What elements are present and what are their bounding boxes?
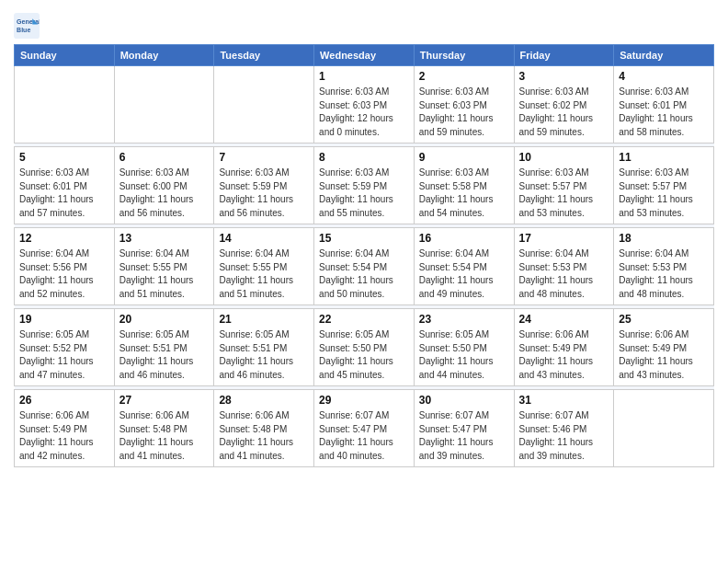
calendar-cell-w1d2 bbox=[114, 66, 214, 144]
calendar-cell-w2d5: 9Sunrise: 6:03 AM Sunset: 5:58 PM Daylig… bbox=[414, 147, 514, 224]
day-number: 29 bbox=[319, 394, 409, 407]
day-info: Sunrise: 6:04 AM Sunset: 5:55 PM Dayligh… bbox=[219, 247, 309, 301]
day-number: 26 bbox=[19, 394, 109, 407]
logo-icon: General Blue bbox=[14, 13, 40, 39]
day-info: Sunrise: 6:06 AM Sunset: 5:48 PM Dayligh… bbox=[219, 409, 309, 463]
calendar-cell-w1d3 bbox=[214, 66, 314, 144]
weekday-header-friday: Friday bbox=[514, 45, 614, 66]
day-info: Sunrise: 6:05 AM Sunset: 5:52 PM Dayligh… bbox=[19, 328, 109, 382]
calendar-cell-w4d7: 25Sunrise: 6:06 AM Sunset: 5:49 PM Dayli… bbox=[614, 309, 714, 386]
calendar-cell-w5d3: 28Sunrise: 6:06 AM Sunset: 5:48 PM Dayli… bbox=[214, 390, 314, 467]
day-number: 13 bbox=[119, 232, 210, 245]
day-info: Sunrise: 6:04 AM Sunset: 5:54 PM Dayligh… bbox=[419, 247, 509, 301]
day-info: Sunrise: 6:07 AM Sunset: 5:47 PM Dayligh… bbox=[319, 409, 409, 463]
day-number: 28 bbox=[219, 394, 309, 407]
day-number: 12 bbox=[19, 232, 109, 245]
calendar-week-5: 26Sunrise: 6:06 AM Sunset: 5:49 PM Dayli… bbox=[15, 390, 714, 467]
svg-text:Blue: Blue bbox=[17, 27, 30, 33]
day-number: 10 bbox=[519, 151, 609, 164]
day-info: Sunrise: 6:03 AM Sunset: 6:00 PM Dayligh… bbox=[119, 167, 210, 220]
day-number: 15 bbox=[319, 232, 409, 245]
day-number: 30 bbox=[419, 394, 509, 407]
day-info: Sunrise: 6:03 AM Sunset: 6:03 PM Dayligh… bbox=[419, 86, 509, 139]
calendar-cell-w5d1: 26Sunrise: 6:06 AM Sunset: 5:49 PM Dayli… bbox=[15, 390, 115, 467]
calendar-cell-w5d7 bbox=[614, 390, 714, 467]
calendar-week-2: 5Sunrise: 6:03 AM Sunset: 6:01 PM Daylig… bbox=[15, 147, 714, 224]
calendar-cell-w1d4: 1Sunrise: 6:03 AM Sunset: 6:03 PM Daylig… bbox=[314, 66, 415, 144]
day-number: 25 bbox=[619, 313, 709, 326]
calendar-cell-w4d6: 24Sunrise: 6:06 AM Sunset: 5:49 PM Dayli… bbox=[514, 309, 614, 386]
day-info: Sunrise: 6:06 AM Sunset: 5:48 PM Dayligh… bbox=[119, 409, 210, 463]
calendar-week-1: 1Sunrise: 6:03 AM Sunset: 6:03 PM Daylig… bbox=[15, 66, 714, 144]
day-info: Sunrise: 6:04 AM Sunset: 5:53 PM Dayligh… bbox=[519, 247, 609, 301]
day-number: 18 bbox=[619, 232, 709, 245]
calendar-cell-w1d6: 3Sunrise: 6:03 AM Sunset: 6:02 PM Daylig… bbox=[514, 66, 614, 144]
day-number: 27 bbox=[119, 394, 210, 407]
day-number: 22 bbox=[319, 313, 409, 326]
calendar-cell-w3d1: 12Sunrise: 6:04 AM Sunset: 5:56 PM Dayli… bbox=[15, 228, 115, 305]
calendar-cell-w1d7: 4Sunrise: 6:03 AM Sunset: 6:01 PM Daylig… bbox=[614, 66, 714, 144]
day-info: Sunrise: 6:03 AM Sunset: 6:02 PM Dayligh… bbox=[519, 86, 609, 139]
weekday-header-row: SundayMondayTuesdayWednesdayThursdayFrid… bbox=[15, 45, 714, 66]
calendar-cell-w3d3: 14Sunrise: 6:04 AM Sunset: 5:55 PM Dayli… bbox=[214, 228, 314, 305]
day-info: Sunrise: 6:05 AM Sunset: 5:51 PM Dayligh… bbox=[219, 328, 309, 382]
calendar-cell-w1d1 bbox=[15, 66, 115, 144]
calendar-week-3: 12Sunrise: 6:04 AM Sunset: 5:56 PM Dayli… bbox=[15, 228, 714, 305]
calendar-cell-w3d6: 17Sunrise: 6:04 AM Sunset: 5:53 PM Dayli… bbox=[514, 228, 614, 305]
day-number: 23 bbox=[419, 313, 509, 326]
calendar-cell-w4d1: 19Sunrise: 6:05 AM Sunset: 5:52 PM Dayli… bbox=[15, 309, 115, 386]
day-info: Sunrise: 6:05 AM Sunset: 5:51 PM Dayligh… bbox=[119, 328, 210, 382]
calendar-cell-w4d5: 23Sunrise: 6:05 AM Sunset: 5:50 PM Dayli… bbox=[414, 309, 514, 386]
day-number: 20 bbox=[119, 313, 210, 326]
calendar-cell-w2d4: 8Sunrise: 6:03 AM Sunset: 5:59 PM Daylig… bbox=[314, 147, 415, 224]
day-number: 3 bbox=[519, 70, 609, 83]
day-info: Sunrise: 6:05 AM Sunset: 5:50 PM Dayligh… bbox=[419, 328, 509, 382]
day-number: 11 bbox=[619, 151, 709, 164]
calendar-cell-w1d5: 2Sunrise: 6:03 AM Sunset: 6:03 PM Daylig… bbox=[414, 66, 514, 144]
weekday-header-wednesday: Wednesday bbox=[314, 45, 415, 66]
day-info: Sunrise: 6:03 AM Sunset: 6:03 PM Dayligh… bbox=[319, 86, 409, 139]
day-info: Sunrise: 6:03 AM Sunset: 5:57 PM Dayligh… bbox=[519, 167, 609, 220]
weekday-header-tuesday: Tuesday bbox=[214, 45, 314, 66]
calendar-cell-w3d2: 13Sunrise: 6:04 AM Sunset: 5:55 PM Dayli… bbox=[114, 228, 214, 305]
calendar-cell-w5d5: 30Sunrise: 6:07 AM Sunset: 5:47 PM Dayli… bbox=[414, 390, 514, 467]
weekday-header-thursday: Thursday bbox=[414, 45, 514, 66]
calendar-table: SundayMondayTuesdayWednesdayThursdayFrid… bbox=[14, 44, 714, 467]
calendar-cell-w5d4: 29Sunrise: 6:07 AM Sunset: 5:47 PM Dayli… bbox=[314, 390, 415, 467]
day-info: Sunrise: 6:06 AM Sunset: 5:49 PM Dayligh… bbox=[519, 328, 609, 382]
calendar-cell-w5d2: 27Sunrise: 6:06 AM Sunset: 5:48 PM Dayli… bbox=[114, 390, 214, 467]
day-info: Sunrise: 6:03 AM Sunset: 5:59 PM Dayligh… bbox=[319, 167, 409, 220]
day-number: 17 bbox=[519, 232, 609, 245]
page-header: General Blue bbox=[14, 9, 714, 39]
day-number: 31 bbox=[519, 394, 609, 407]
calendar-week-4: 19Sunrise: 6:05 AM Sunset: 5:52 PM Dayli… bbox=[15, 309, 714, 386]
svg-rect-0 bbox=[14, 13, 40, 39]
calendar-cell-w3d4: 15Sunrise: 6:04 AM Sunset: 5:54 PM Dayli… bbox=[314, 228, 415, 305]
weekday-header-monday: Monday bbox=[114, 45, 214, 66]
calendar-cell-w4d4: 22Sunrise: 6:05 AM Sunset: 5:50 PM Dayli… bbox=[314, 309, 415, 386]
day-number: 9 bbox=[419, 151, 509, 164]
calendar-cell-w2d3: 7Sunrise: 6:03 AM Sunset: 5:59 PM Daylig… bbox=[214, 147, 314, 224]
calendar-cell-w3d5: 16Sunrise: 6:04 AM Sunset: 5:54 PM Dayli… bbox=[414, 228, 514, 305]
day-info: Sunrise: 6:07 AM Sunset: 5:46 PM Dayligh… bbox=[519, 409, 609, 463]
calendar-cell-w5d6: 31Sunrise: 6:07 AM Sunset: 5:46 PM Dayli… bbox=[514, 390, 614, 467]
day-number: 4 bbox=[619, 70, 709, 83]
day-info: Sunrise: 6:04 AM Sunset: 5:54 PM Dayligh… bbox=[319, 247, 409, 301]
logo: General Blue bbox=[14, 13, 43, 39]
day-info: Sunrise: 6:04 AM Sunset: 5:56 PM Dayligh… bbox=[19, 247, 109, 301]
calendar-cell-w2d1: 5Sunrise: 6:03 AM Sunset: 6:01 PM Daylig… bbox=[15, 147, 115, 224]
calendar-cell-w2d2: 6Sunrise: 6:03 AM Sunset: 6:00 PM Daylig… bbox=[114, 147, 214, 224]
calendar-cell-w3d7: 18Sunrise: 6:04 AM Sunset: 5:53 PM Dayli… bbox=[614, 228, 714, 305]
day-number: 6 bbox=[119, 151, 210, 164]
day-number: 21 bbox=[219, 313, 309, 326]
day-info: Sunrise: 6:03 AM Sunset: 6:01 PM Dayligh… bbox=[19, 167, 109, 220]
day-info: Sunrise: 6:03 AM Sunset: 5:57 PM Dayligh… bbox=[619, 167, 709, 220]
day-number: 1 bbox=[319, 70, 409, 83]
day-info: Sunrise: 6:03 AM Sunset: 5:58 PM Dayligh… bbox=[419, 167, 509, 220]
weekday-header-sunday: Sunday bbox=[15, 45, 115, 66]
day-number: 8 bbox=[319, 151, 409, 164]
day-info: Sunrise: 6:06 AM Sunset: 5:49 PM Dayligh… bbox=[619, 328, 709, 382]
day-number: 7 bbox=[219, 151, 309, 164]
day-info: Sunrise: 6:06 AM Sunset: 5:49 PM Dayligh… bbox=[19, 409, 109, 463]
day-number: 5 bbox=[19, 151, 109, 164]
